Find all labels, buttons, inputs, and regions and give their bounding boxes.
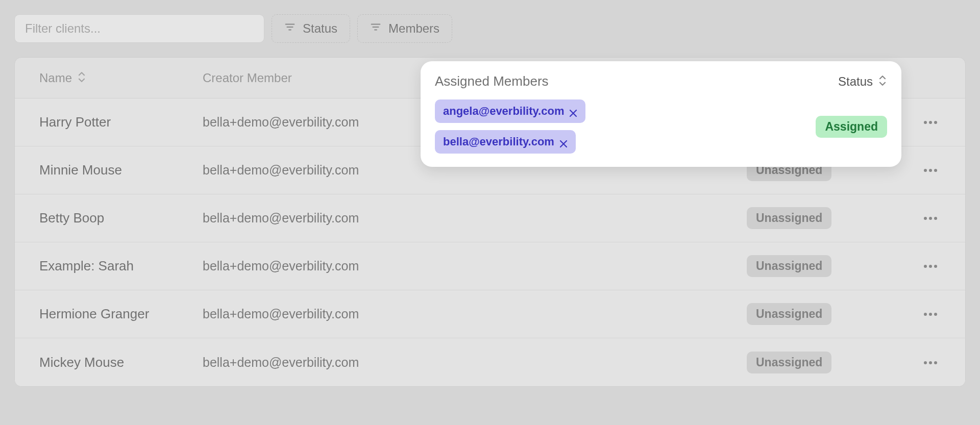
row-actions-button[interactable]	[920, 112, 941, 133]
client-name: Minnie Mouse	[39, 162, 203, 178]
client-name: Harry Potter	[39, 114, 203, 130]
assigned-members-cell	[427, 209, 747, 228]
assigned-members-cell	[427, 305, 747, 323]
svg-point-24	[934, 313, 937, 316]
more-horizontal-icon	[923, 214, 938, 222]
assigned-members-cell	[427, 353, 747, 371]
column-name-label: Name	[39, 71, 72, 85]
client-name: Mickey Mouse	[39, 355, 203, 370]
sort-icon	[878, 74, 887, 89]
svg-point-19	[924, 265, 927, 268]
row-actions-button[interactable]	[920, 160, 941, 181]
row-actions-button[interactable]	[920, 208, 941, 229]
more-horizontal-icon	[923, 310, 938, 318]
creator-email: bella+demo@everbility.com	[203, 115, 427, 130]
table-row[interactable]: Mickey Mousebella+demo@everbility.comUna…	[15, 338, 965, 386]
status-badge: Unassigned	[747, 207, 831, 229]
column-name[interactable]: Name	[39, 71, 203, 85]
remove-tag-icon[interactable]	[559, 138, 568, 146]
assigned-member-tag: angela@everbility.com	[435, 99, 585, 123]
assigned-member-email: angela@everbility.com	[443, 105, 564, 118]
svg-point-11	[929, 121, 932, 124]
sort-icon	[77, 71, 86, 85]
assigned-member-email: bella@everbility.com	[443, 135, 554, 148]
svg-point-13	[924, 169, 927, 172]
status-badge: Unassigned	[747, 303, 831, 325]
status-filter-button[interactable]: Status	[272, 14, 350, 43]
svg-point-22	[924, 313, 927, 316]
svg-point-26	[929, 361, 932, 364]
svg-point-21	[934, 265, 937, 268]
svg-point-23	[929, 313, 932, 316]
more-horizontal-icon	[923, 359, 938, 366]
members-filter-button[interactable]: Members	[357, 14, 452, 43]
svg-point-17	[929, 217, 932, 220]
status-filter-label: Status	[303, 21, 337, 36]
row-actions-button[interactable]	[920, 304, 941, 324]
table-row[interactable]: Betty Boopbella+demo@everbility.comUnass…	[15, 194, 965, 242]
filter-clients-input[interactable]	[14, 14, 264, 43]
creator-email: bella+demo@everbility.com	[203, 259, 427, 273]
status-badge: Unassigned	[747, 352, 831, 373]
filter-lines-icon	[284, 21, 296, 36]
assigned-members-heading: Assigned Members	[435, 73, 549, 89]
client-name: Hermione Granger	[39, 306, 203, 322]
assigned-members-spotlight: Assigned Members Status angela@everbilit…	[421, 61, 901, 167]
column-creator: Creator Member	[203, 71, 427, 85]
creator-email: bella+demo@everbility.com	[203, 163, 427, 178]
row-actions-button[interactable]	[920, 352, 941, 372]
filter-lines-icon	[370, 21, 381, 36]
more-horizontal-icon	[923, 262, 938, 270]
svg-point-20	[929, 265, 932, 268]
toolbar: Status Members	[14, 14, 966, 43]
table-row[interactable]: Hermione Grangerbella+demo@everbility.co…	[15, 290, 965, 338]
svg-point-16	[924, 217, 927, 220]
client-name: Example: Sarah	[39, 258, 203, 274]
table-row[interactable]: Example: Sarahbella+demo@everbility.comU…	[15, 242, 965, 290]
svg-point-25	[924, 361, 927, 364]
svg-point-15	[934, 169, 937, 172]
more-horizontal-icon	[923, 118, 938, 126]
svg-point-18	[934, 217, 937, 220]
status-badge: Unassigned	[747, 255, 831, 277]
assigned-member-tag: bella@everbility.com	[435, 130, 576, 154]
svg-point-14	[929, 169, 932, 172]
status-heading[interactable]: Status	[838, 74, 873, 89]
remove-tag-icon[interactable]	[569, 107, 577, 115]
creator-email: bella+demo@everbility.com	[203, 211, 427, 226]
column-creator-label: Creator Member	[203, 71, 292, 85]
svg-point-12	[934, 121, 937, 124]
status-badge: Assigned	[816, 116, 887, 138]
assigned-members-cell	[427, 257, 747, 276]
svg-point-10	[924, 121, 927, 124]
row-actions-button[interactable]	[920, 256, 941, 277]
members-filter-label: Members	[388, 21, 439, 36]
creator-email: bella+demo@everbility.com	[203, 355, 427, 370]
svg-point-27	[934, 361, 937, 364]
more-horizontal-icon	[923, 166, 938, 174]
client-name: Betty Boop	[39, 210, 203, 226]
creator-email: bella+demo@everbility.com	[203, 307, 427, 321]
